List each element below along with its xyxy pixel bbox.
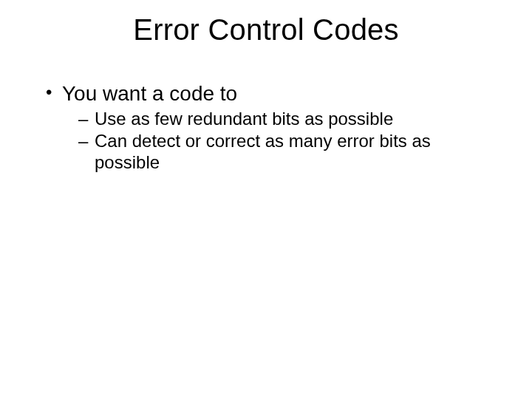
bullet-text: You want a code to [62,82,237,105]
list-item: Can detect or correct as many error bits… [78,131,488,173]
slide-body: You want a code to Use as few redundant … [46,81,488,177]
slide: Error Control Codes You want a code to U… [0,0,532,399]
sub-bullet-list: Use as few redundant bits as possible Ca… [62,109,488,173]
list-item: Use as few redundant bits as possible [78,109,488,129]
bullet-list: You want a code to Use as few redundant … [46,81,488,173]
slide-title: Error Control Codes [0,13,532,47]
bullet-text: Can detect or correct as many error bits… [95,131,431,171]
list-item: You want a code to Use as few redundant … [46,81,488,173]
bullet-text: Use as few redundant bits as possible [95,109,393,129]
